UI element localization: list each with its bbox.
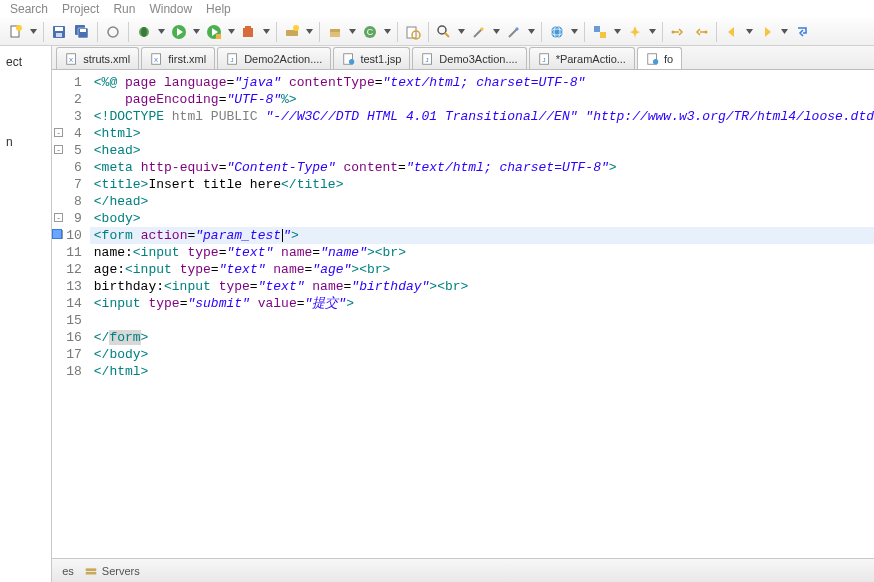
new-package-button[interactable]: [325, 22, 345, 42]
svg-rect-7: [80, 29, 86, 32]
menu-help[interactable]: Help: [206, 2, 231, 16]
dropdown-icon[interactable]: [157, 28, 166, 35]
dropdown-icon[interactable]: [192, 28, 201, 35]
dropdown-icon[interactable]: [262, 28, 271, 35]
svg-text:X: X: [154, 55, 158, 62]
menu-window[interactable]: Window: [149, 2, 192, 16]
code-line[interactable]: name:<input type="text" name="name"><br>: [90, 244, 874, 261]
next-annotation-button[interactable]: [668, 22, 688, 42]
editor-tab[interactable]: test1.jsp: [333, 47, 410, 69]
code-line[interactable]: <meta http-equiv="Content-Type" content=…: [90, 159, 874, 176]
separator: [662, 22, 663, 42]
code-line[interactable]: </body>: [90, 346, 874, 363]
project-explorer[interactable]: ect n: [0, 46, 52, 582]
code-line[interactable]: <!DOCTYPE html PUBLIC "-//W3C//DTD HTML …: [90, 108, 874, 125]
fold-toggle[interactable]: -: [54, 213, 63, 222]
code-line[interactable]: <form action="param_test">: [90, 227, 874, 244]
dropdown-icon[interactable]: [648, 28, 657, 35]
menu-run[interactable]: Run: [113, 2, 135, 16]
tab-label: first.xml: [168, 53, 206, 65]
sidebar-item[interactable]: n: [4, 132, 47, 152]
bottom-tab[interactable]: es: [62, 565, 74, 577]
editor-tab[interactable]: fo: [637, 47, 682, 69]
line-marker: [52, 229, 62, 239]
toolbar: C: [0, 18, 874, 46]
editor-tab[interactable]: JDemo3Action....: [412, 47, 526, 69]
code-line[interactable]: <body>: [90, 210, 874, 227]
wand2-button[interactable]: [504, 22, 524, 42]
code-line[interactable]: birthday:<input type="text" name="birthd…: [90, 278, 874, 295]
svg-text:C: C: [367, 27, 374, 37]
save-button[interactable]: [49, 22, 69, 42]
new-server-button[interactable]: [282, 22, 302, 42]
run-button[interactable]: [169, 22, 189, 42]
svg-rect-50: [86, 571, 97, 574]
editor-tab[interactable]: J*ParamActio...: [529, 47, 635, 69]
wand-button[interactable]: [469, 22, 489, 42]
svg-point-48: [653, 59, 658, 64]
dropdown-icon[interactable]: [457, 28, 466, 35]
tool-button[interactable]: [103, 22, 123, 42]
separator: [97, 22, 98, 42]
svg-point-8: [108, 27, 118, 37]
dropdown-icon[interactable]: [613, 28, 622, 35]
code-line[interactable]: <head>: [90, 142, 874, 159]
servers-tab[interactable]: Servers: [84, 564, 140, 578]
svg-text:X: X: [69, 55, 73, 62]
code-content[interactable]: <%@ page language="java" contentType="te…: [90, 70, 874, 558]
code-line[interactable]: </html>: [90, 363, 874, 380]
fold-toggle[interactable]: -: [54, 128, 63, 137]
last-edit-button[interactable]: [792, 22, 812, 42]
dropdown-icon[interactable]: [348, 28, 357, 35]
globe-button[interactable]: [547, 22, 567, 42]
menu-project[interactable]: Project: [62, 2, 99, 16]
code-line[interactable]: </form>: [90, 329, 874, 346]
code-line[interactable]: <title>Insert title here</title>: [90, 176, 874, 193]
tab-label: *ParamActio...: [556, 53, 626, 65]
editor-tab[interactable]: JDemo2Action....: [217, 47, 331, 69]
back-button[interactable]: [722, 22, 742, 42]
pin-button[interactable]: [625, 22, 645, 42]
dropdown-icon[interactable]: [780, 28, 789, 35]
dropdown-icon[interactable]: [570, 28, 579, 35]
separator: [428, 22, 429, 42]
toggle-button[interactable]: [590, 22, 610, 42]
dropdown-icon[interactable]: [745, 28, 754, 35]
tab-label: fo: [664, 53, 673, 65]
dropdown-icon[interactable]: [492, 28, 501, 35]
dropdown-icon[interactable]: [29, 28, 38, 35]
sidebar-item[interactable]: ect: [4, 52, 47, 72]
open-type-button[interactable]: [403, 22, 423, 42]
separator: [584, 22, 585, 42]
code-line[interactable]: [90, 312, 874, 329]
new-class-button[interactable]: C: [360, 22, 380, 42]
run-server-button[interactable]: [204, 22, 224, 42]
svg-point-17: [293, 25, 299, 31]
code-line[interactable]: </head>: [90, 193, 874, 210]
dropdown-icon[interactable]: [227, 28, 236, 35]
save-all-button[interactable]: [72, 22, 92, 42]
editor-tab[interactable]: Xstruts.xml: [56, 47, 139, 69]
svg-line-27: [509, 29, 517, 37]
menu-search[interactable]: Search: [10, 2, 48, 16]
code-line[interactable]: age:<input type="text" name="age"><br>: [90, 261, 874, 278]
dropdown-icon[interactable]: [383, 28, 392, 35]
external-tools-button[interactable]: [239, 22, 259, 42]
new-button[interactable]: [6, 22, 26, 42]
code-line[interactable]: <%@ page language="java" contentType="te…: [90, 74, 874, 91]
code-line[interactable]: <input type="submit" value="提交">: [90, 295, 874, 312]
code-line[interactable]: pageEncoding="UTF-8"%>: [90, 91, 874, 108]
dropdown-icon[interactable]: [305, 28, 314, 35]
debug-button[interactable]: [134, 22, 154, 42]
editor-tab[interactable]: Xfirst.xml: [141, 47, 215, 69]
dropdown-icon[interactable]: [527, 28, 536, 35]
code-line[interactable]: <html>: [90, 125, 874, 142]
prev-annotation-button[interactable]: [691, 22, 711, 42]
search-button[interactable]: [434, 22, 454, 42]
fold-toggle[interactable]: -: [54, 145, 63, 154]
svg-point-34: [705, 30, 708, 33]
forward-button[interactable]: [757, 22, 777, 42]
server-icon: [84, 564, 98, 578]
code-editor[interactable]: 1234-5-6789-10-1112131415161718 <%@ page…: [52, 70, 874, 558]
file-icon: J: [421, 52, 435, 66]
